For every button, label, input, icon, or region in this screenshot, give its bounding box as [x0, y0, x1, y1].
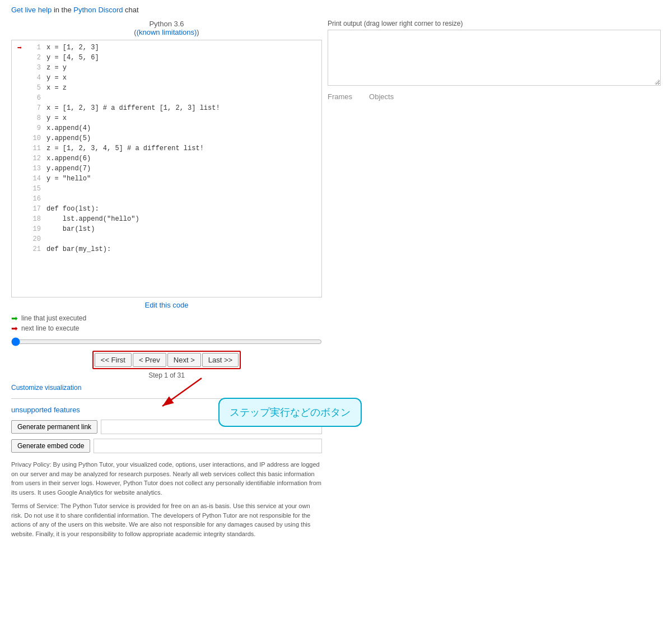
edit-link-container: Edit this code	[11, 301, 322, 309]
generate-permanent-button[interactable]: Generate permanent link	[11, 420, 97, 434]
privacy-text: Privacy Policy: By using Python Tutor, y…	[11, 460, 322, 538]
code-line: 5x = z	[12, 83, 321, 93]
line-code: y = [4, 5, 6]	[46, 54, 99, 62]
legend: ➡ line that just executed ➡ next line to…	[11, 314, 322, 333]
code-line: 16	[12, 194, 321, 204]
known-limitations-link[interactable]: (known limitations)	[137, 28, 197, 36]
first-button[interactable]: << First	[95, 353, 132, 367]
line-code: def bar(my_lst):	[46, 245, 111, 253]
line-code: x = [1, 2, 3] # a different [1, 2, 3] li…	[46, 104, 220, 112]
line-number: 17	[25, 205, 41, 213]
code-line: ➡1x = [1, 2, 3]	[12, 43, 321, 53]
line-code: x = z	[46, 84, 67, 92]
line-number: 15	[25, 185, 41, 193]
code-line: 15	[12, 184, 321, 194]
code-area: ➡1x = [1, 2, 3]2y = [4, 5, 6]3z = y4y = …	[11, 40, 322, 297]
unsupported-features-link[interactable]: unsupported features	[11, 406, 80, 414]
line-number: 19	[25, 225, 41, 233]
slider-area	[11, 337, 322, 346]
line-number: 12	[25, 155, 41, 162]
frames-label: Frames	[328, 92, 352, 101]
line-number: 16	[25, 195, 41, 203]
line-code: x.append(6)	[46, 155, 91, 162]
line-code: def foo(lst):	[46, 205, 99, 213]
line-code: z = [1, 2, 3, 4, 5] # a different list!	[46, 145, 204, 152]
tooltip-text: ステップ実行などのボタン	[230, 407, 351, 418]
line-number: 3	[25, 64, 41, 72]
last-button[interactable]: Last >>	[202, 353, 239, 367]
code-line: 7x = [1, 2, 3] # a different [1, 2, 3] l…	[12, 103, 321, 113]
right-panel: Print output (drag lower right corner to…	[328, 20, 661, 543]
red-arrow-annotation	[146, 373, 213, 419]
code-line: 17def foo(lst):	[12, 204, 321, 214]
legend-red-arrow: ➡	[11, 324, 18, 333]
left-panel: Python 3.6 ((known limitations)) ➡1x = […	[11, 20, 322, 543]
code-line: 11z = [1, 2, 3, 4, 5] # a different list…	[12, 143, 321, 153]
edit-code-link[interactable]: Edit this code	[144, 301, 188, 309]
line-number: 14	[25, 175, 41, 183]
line-code: lst.append("hello")	[46, 215, 139, 223]
line-number: 11	[25, 145, 41, 152]
code-line: 12x.append(6)	[12, 153, 321, 164]
embed-code-input[interactable]	[94, 439, 322, 453]
code-line: 3z = y	[12, 63, 321, 73]
line-code: y = "hello"	[46, 175, 91, 183]
line-code: x = [1, 2, 3]	[46, 44, 99, 52]
code-line: 4y = x	[12, 73, 321, 83]
tooltip-bubble: ステップ実行などのボタン	[218, 398, 362, 427]
code-line: 8y = x	[12, 113, 321, 123]
output-box: ◿	[328, 30, 661, 86]
code-line: 6	[12, 93, 321, 103]
prev-button[interactable]: < Prev	[133, 353, 166, 367]
version-label: Python 3.6	[149, 20, 184, 28]
line-code: x.append(4)	[46, 124, 91, 132]
line-number: 6	[25, 94, 41, 102]
objects-label: Objects	[369, 92, 394, 101]
legend-red: ➡ next line to execute	[11, 324, 322, 333]
code-line: 14y = "hello"	[12, 174, 321, 184]
line-number: 20	[25, 235, 41, 243]
line-number: 2	[25, 54, 41, 62]
code-line: 9x.append(4)	[12, 123, 321, 133]
line-number: 10	[25, 134, 41, 142]
line-code: y.append(7)	[46, 165, 91, 173]
nav-buttons-container: << First < Prev Next > Last >>	[11, 351, 322, 369]
customize-visualization-link[interactable]: Customize visualization	[11, 384, 81, 392]
line-code: y = x	[46, 74, 67, 82]
line-number: 13	[25, 165, 41, 173]
code-line: 18 lst.append("hello")	[12, 214, 321, 224]
line-arrow: ➡	[14, 43, 25, 53]
legend-green-text: line that just executed	[21, 314, 86, 322]
code-scroll[interactable]: ➡1x = [1, 2, 3]2y = [4, 5, 6]3z = y4y = …	[12, 40, 321, 297]
generate-embed-button[interactable]: Generate embed code	[11, 439, 90, 453]
code-line: 10y.append(5)	[12, 133, 321, 143]
code-line: 20	[12, 234, 321, 244]
python-discord-link[interactable]: Python Discord	[73, 6, 123, 14]
legend-red-text: next line to execute	[21, 324, 79, 332]
frames-objects: Frames Objects	[328, 92, 661, 101]
line-number: 5	[25, 84, 41, 92]
legend-green-arrow: ➡	[11, 314, 18, 323]
line-code: y.append(5)	[46, 134, 91, 142]
embed-code-row: Generate embed code	[11, 439, 322, 453]
code-line: 13y.append(7)	[12, 164, 321, 174]
svg-line-1	[162, 378, 202, 406]
code-line: 19 bar(lst)	[12, 224, 321, 234]
python-version: Python 3.6 ((known limitations))	[11, 20, 322, 36]
main-container: Python 3.6 ((known limitations)) ➡1x = […	[11, 20, 661, 543]
next-button[interactable]: Next >	[167, 353, 201, 367]
line-number: 4	[25, 74, 41, 82]
output-label: Print output (drag lower right corner to…	[328, 20, 661, 27]
line-number: 21	[25, 245, 41, 253]
top-bar: Get live help in the Python Discord chat	[11, 6, 661, 14]
step-slider[interactable]	[11, 337, 322, 346]
live-help-link[interactable]: Get live help	[11, 6, 52, 14]
line-number: 18	[25, 215, 41, 223]
line-number: 8	[25, 114, 41, 122]
tos-paragraph2: Terms of Service: The Python Tutor servi…	[11, 501, 322, 538]
line-code: y = x	[46, 114, 67, 122]
line-code: z = y	[46, 64, 67, 72]
line-number: 7	[25, 104, 41, 112]
nav-box: << First < Prev Next > Last >>	[92, 351, 241, 369]
line-number: 9	[25, 124, 41, 132]
